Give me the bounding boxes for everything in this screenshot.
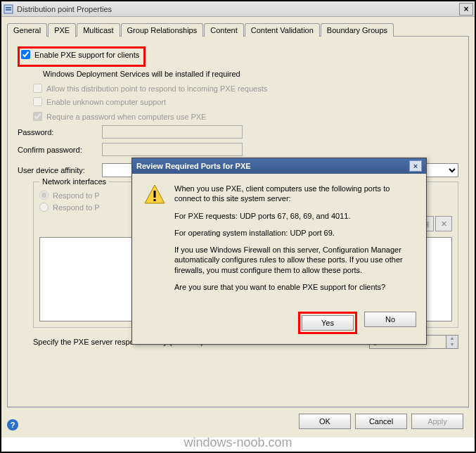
- modal-p1: When you use PXE, client computers use t…: [174, 184, 415, 204]
- modal-close-button[interactable]: ×: [409, 160, 422, 172]
- password-input[interactable]: [102, 125, 243, 139]
- window-icon: [3, 4, 14, 15]
- ok-button[interactable]: OK: [299, 414, 351, 429]
- password-label: Password:: [18, 128, 102, 136]
- modal-p5: Are you sure that you want to enable PXE…: [174, 282, 415, 292]
- unknown-support-checkbox[interactable]: [33, 97, 42, 106]
- modal-p2: For PXE requests: UDP ports 67, 68, 69, …: [174, 211, 415, 221]
- yes-button[interactable]: Yes: [302, 315, 354, 331]
- no-button[interactable]: No: [364, 312, 416, 327]
- svg-rect-2: [6, 9, 11, 11]
- tab-border: [393, 25, 394, 37]
- spinner-up-icon[interactable]: ▲: [446, 336, 458, 342]
- radio-all-label: Respond to P: [53, 191, 100, 200]
- radio-respond-all[interactable]: [39, 191, 49, 200]
- svg-rect-1: [6, 7, 11, 8]
- help-icon[interactable]: ?: [7, 419, 18, 430]
- tab-multicast[interactable]: Multicast: [77, 23, 120, 37]
- tabs: General PXE Multicast Group Relationship…: [7, 23, 469, 37]
- svg-rect-4: [154, 191, 156, 198]
- tab-pxe[interactable]: PXE: [48, 23, 76, 37]
- fieldset-label: Network interfaces: [39, 177, 109, 186]
- radio-respond-specific[interactable]: [39, 203, 49, 212]
- tab-boundary-groups[interactable]: Boundary Groups: [321, 23, 394, 37]
- highlight-yes: Yes: [298, 312, 357, 334]
- unknown-support-label: Enable unknown computer support: [46, 98, 166, 106]
- apply-button[interactable]: Apply: [411, 414, 463, 429]
- svg-rect-5: [154, 199, 156, 201]
- warning-icon: [143, 184, 166, 206]
- remove-icon: ✕: [441, 219, 447, 229]
- require-password-checkbox[interactable]: [33, 112, 42, 121]
- dialog-button-bar: OK Cancel Apply: [7, 407, 469, 435]
- unknown-support-row: Enable unknown computer support: [33, 97, 458, 106]
- modal-title: Review Required Ports for PXE: [136, 162, 409, 170]
- cancel-button[interactable]: Cancel: [355, 414, 407, 429]
- enable-pxe-row: Enable PXE support for clients: [21, 50, 139, 59]
- allow-respond-label: Allow this distribution point to respond…: [46, 84, 267, 93]
- password-row: Password:: [18, 125, 458, 139]
- confirm-password-input[interactable]: [102, 143, 243, 156]
- confirm-password-row: Confirm password:: [18, 143, 458, 156]
- wds-note: Windows Deployment Services will be inst…: [43, 70, 458, 78]
- modal-text: When you use PXE, client computers use t…: [174, 184, 415, 299]
- modal-body: When you use PXE, client computers use t…: [132, 174, 426, 306]
- tab-group-relationships[interactable]: Group Relationships: [121, 23, 204, 37]
- window-close-button[interactable]: ×: [459, 3, 473, 15]
- spinner-buttons: ▲ ▼: [446, 335, 458, 349]
- confirm-password-label: Confirm password:: [18, 146, 102, 154]
- radio-specific-label: Respond to P: [53, 203, 100, 212]
- watermark: windows-noob.com: [1, 435, 475, 450]
- tab-content[interactable]: Content: [204, 23, 244, 37]
- tab-general[interactable]: General: [7, 23, 47, 37]
- titlebar: Distribution point Properties ×: [1, 1, 475, 17]
- require-password-label: Require a password when computers use PX…: [46, 113, 206, 121]
- modal-p3: For operating system installation: UDP p…: [174, 228, 415, 238]
- enable-pxe-checkbox[interactable]: [21, 50, 30, 59]
- allow-respond-row: Allow this distribution point to respond…: [33, 84, 458, 93]
- review-ports-dialog: Review Required Ports for PXE × When you…: [131, 158, 427, 345]
- affinity-label: User device affinity:: [18, 166, 102, 174]
- remove-interface-button[interactable]: ✕: [435, 216, 452, 231]
- modal-titlebar: Review Required Ports for PXE ×: [132, 158, 426, 174]
- spinner-down-icon[interactable]: ▼: [446, 342, 458, 348]
- allow-respond-checkbox[interactable]: [33, 84, 42, 93]
- modal-p4: If you use Windows Firewall on this serv…: [174, 245, 415, 275]
- enable-pxe-label: Enable PXE support for clients: [34, 51, 139, 59]
- dialog-body: General PXE Multicast Group Relationship…: [1, 17, 475, 438]
- modal-button-bar: Yes No: [132, 306, 426, 344]
- tab-content-validation[interactable]: Content Validation: [245, 23, 320, 37]
- highlight-enable-pxe: Enable PXE support for clients: [18, 46, 146, 67]
- require-password-row: Require a password when computers use PX…: [33, 112, 458, 121]
- window-title: Distribution point Properties: [17, 5, 459, 13]
